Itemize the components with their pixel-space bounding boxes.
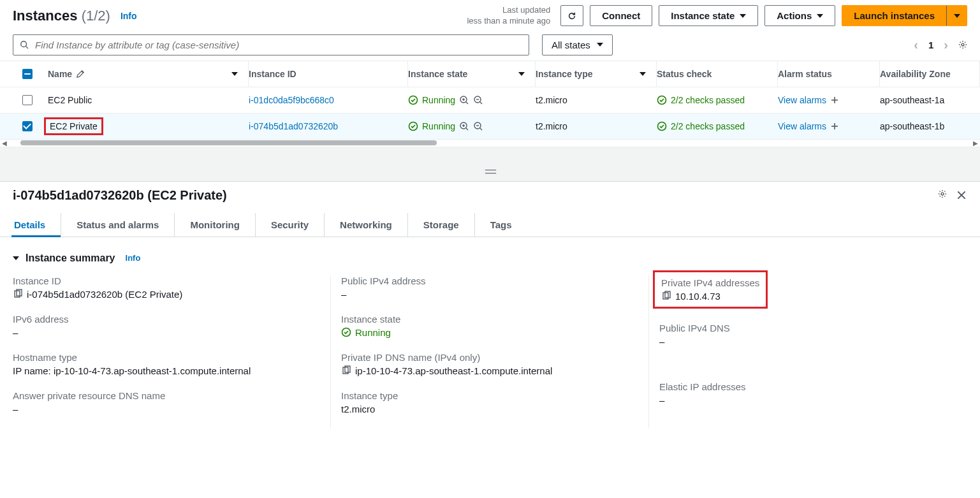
zoom-out-icon[interactable]: [473, 95, 483, 105]
horizontal-scrollbar[interactable]: ◀ ▶: [0, 140, 980, 147]
instance-state-button[interactable]: Instance state: [659, 5, 758, 26]
value-answer-dns: –: [13, 404, 311, 414]
tab-monitoring[interactable]: Monitoring: [175, 213, 255, 237]
gear-icon[interactable]: [938, 189, 947, 198]
status-ok-icon: [408, 95, 418, 105]
svg-point-2: [962, 43, 964, 46]
value-public-ipv4: –: [341, 289, 629, 300]
caret-down-icon: [740, 14, 746, 18]
value-private-ipv4: 10.10.4.73: [675, 291, 720, 302]
value-elastic-ip: –: [659, 395, 948, 406]
value-ipv6: –: [13, 327, 311, 338]
next-page-icon[interactable]: ›: [944, 38, 948, 52]
last-updated: Last updated less than a minute ago: [467, 5, 550, 27]
label-private-ipv4: Private IPv4 addresses: [661, 277, 759, 288]
zoom-in-icon[interactable]: [459, 121, 469, 131]
tab-status[interactable]: Status and alarms: [61, 213, 175, 237]
instance-table: Name Instance ID Instance state Instance…: [0, 61, 980, 147]
value-public-dns: –: [659, 336, 948, 347]
highlighted-private-ip: Private IPv4 addresses 10.10.4.73: [653, 270, 768, 309]
plus-icon[interactable]: [830, 122, 839, 131]
label-elastic-ip: Elastic IP addresses: [659, 381, 948, 392]
summary-title: Instance summary: [26, 253, 115, 264]
value-instance-type: t2.micro: [341, 404, 629, 414]
actions-button[interactable]: Actions: [764, 5, 835, 26]
state-text: Running: [422, 95, 455, 105]
page-number: 1: [928, 40, 933, 50]
tab-networking[interactable]: Networking: [325, 213, 408, 237]
svg-line-16: [466, 128, 468, 130]
launch-dropdown-button[interactable]: [947, 5, 967, 26]
label-public-dns: Public IPv4 DNS: [659, 323, 948, 333]
view-alarms-link[interactable]: View alarms: [778, 95, 826, 105]
gear-icon[interactable]: [958, 40, 967, 49]
az-text: ap-southeast-1b: [880, 121, 944, 131]
launch-button[interactable]: Launch instances: [842, 5, 947, 26]
info-link[interactable]: Info: [121, 11, 137, 21]
copy-icon[interactable]: [13, 289, 23, 299]
az-text: ap-southeast-1a: [880, 95, 944, 105]
select-all-checkbox[interactable]: [22, 69, 33, 79]
svg-point-0: [21, 41, 27, 47]
value-instance-state: Running: [355, 327, 391, 338]
drag-handle-icon[interactable]: ==: [485, 165, 495, 179]
header: Instances (1/2) Info Last updated less t…: [0, 0, 980, 34]
sort-icon[interactable]: [518, 72, 525, 76]
instance-summary: Instance summary Info Instance ID i-074b…: [0, 237, 980, 444]
label-instance-type: Instance type: [341, 390, 629, 401]
highlighted-name: EC2 Private: [44, 117, 103, 135]
search-input[interactable]: [35, 40, 522, 50]
detail-title: i-074b5d1ad0732620b (EC2 Private): [13, 188, 227, 203]
connect-button[interactable]: Connect: [590, 5, 652, 26]
status-text: 2/2 checks passed: [671, 121, 745, 131]
plus-icon[interactable]: [830, 96, 839, 105]
refresh-icon: [567, 11, 576, 20]
info-link[interactable]: Info: [126, 253, 141, 263]
summary-col-3: Private IPv4 addresses 10.10.4.73 Public…: [649, 275, 967, 428]
zoom-in-icon[interactable]: [459, 95, 469, 105]
label-hostname-type: Hostname type: [13, 352, 311, 363]
copy-icon[interactable]: [341, 365, 351, 376]
value-instance-id: i-074b5d1ad0732620b (EC2 Private): [27, 289, 182, 300]
copy-icon[interactable]: [661, 291, 671, 301]
tab-storage[interactable]: Storage: [408, 213, 475, 237]
detail-header: i-074b5d1ad0732620b (EC2 Private): [0, 182, 980, 203]
value-hostname-type: IP name: ip-10-10-4-73.ap-southeast-1.co…: [13, 365, 311, 376]
summary-col-1: Instance ID i-074b5d1ad0732620b (EC2 Pri…: [13, 275, 331, 428]
table-row[interactable]: EC2 Public i-01dc0da5f9bc668c0 Running t…: [0, 87, 980, 114]
instance-type: t2.micro: [536, 95, 567, 105]
caret-down-icon: [954, 14, 960, 18]
detail-tabs: Details Status and alarms Monitoring Sec…: [0, 213, 980, 237]
label-instance-id: Instance ID: [13, 275, 311, 286]
label-ipv6: IPv6 address: [13, 314, 311, 325]
instance-type: t2.micro: [536, 121, 567, 131]
collapse-icon[interactable]: [13, 256, 19, 260]
svg-line-9: [480, 102, 482, 104]
tab-tags[interactable]: Tags: [475, 213, 527, 237]
svg-line-5: [466, 102, 468, 104]
instance-id-link[interactable]: i-01dc0da5f9bc668c0: [249, 95, 334, 105]
state-filter[interactable]: All states: [542, 34, 613, 55]
sort-icon[interactable]: [640, 72, 646, 76]
table-row[interactable]: EC2 Private i-074b5d1ad0732620b Running …: [0, 114, 980, 140]
instance-id-link[interactable]: i-074b5d1ad0732620b: [249, 121, 338, 131]
zoom-out-icon[interactable]: [473, 121, 483, 131]
instance-name: EC2 Private: [50, 121, 98, 131]
svg-point-25: [941, 193, 944, 195]
pencil-icon[interactable]: [76, 70, 85, 78]
row-checkbox[interactable]: [22, 95, 33, 105]
tab-security[interactable]: Security: [256, 213, 325, 237]
label-public-ipv4: Public IPv4 address: [341, 275, 629, 286]
tab-details[interactable]: Details: [13, 213, 61, 237]
refresh-button[interactable]: [560, 5, 583, 26]
row-checkbox[interactable]: [22, 121, 33, 131]
pagination: ‹ 1 ›: [914, 38, 967, 52]
table-header: Name Instance ID Instance state Instance…: [0, 61, 980, 87]
status-ok-icon: [657, 95, 667, 105]
pane-separator: ==: [0, 147, 980, 182]
sort-icon[interactable]: [231, 72, 238, 76]
instance-name: EC2 Public: [48, 95, 92, 105]
prev-page-icon[interactable]: ‹: [914, 38, 918, 52]
close-icon[interactable]: [956, 189, 967, 201]
view-alarms-link[interactable]: View alarms: [778, 121, 826, 131]
